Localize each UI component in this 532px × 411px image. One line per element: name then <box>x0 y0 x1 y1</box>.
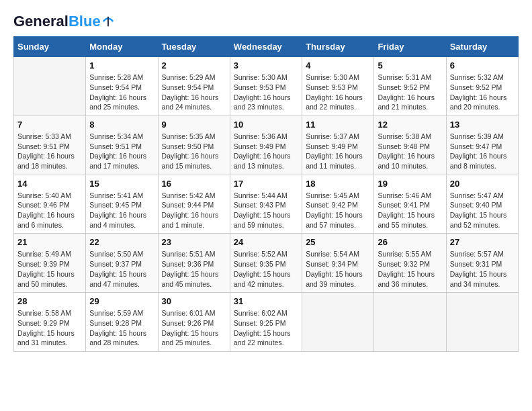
day-number: 22 <box>89 237 154 247</box>
calendar-cell <box>446 293 518 352</box>
header-day-thursday: Thursday <box>302 37 374 57</box>
week-row-3: 14Sunrise: 5:40 AM Sunset: 9:46 PM Dayli… <box>14 175 519 234</box>
calendar-cell: 26Sunrise: 5:55 AM Sunset: 9:32 PM Dayli… <box>374 234 446 293</box>
week-row-4: 21Sunrise: 5:49 AM Sunset: 9:39 PM Dayli… <box>14 234 519 293</box>
calendar-cell: 27Sunrise: 5:57 AM Sunset: 9:31 PM Dayli… <box>446 234 518 293</box>
day-info: Sunrise: 5:35 AM Sunset: 9:50 PM Dayligh… <box>162 132 226 171</box>
calendar-header: SundayMondayTuesdayWednesdayThursdayFrid… <box>14 37 519 57</box>
day-number: 30 <box>162 296 226 306</box>
day-info: Sunrise: 5:55 AM Sunset: 9:32 PM Dayligh… <box>378 249 442 289</box>
day-number: 20 <box>450 179 515 189</box>
day-info: Sunrise: 5:54 AM Sunset: 9:34 PM Dayligh… <box>306 249 370 289</box>
day-number: 11 <box>306 120 370 130</box>
calendar-cell: 6Sunrise: 5:32 AM Sunset: 9:52 PM Daylig… <box>446 57 518 116</box>
calendar-cell: 16Sunrise: 5:42 AM Sunset: 9:44 PM Dayli… <box>158 175 230 234</box>
calendar-cell: 19Sunrise: 5:46 AM Sunset: 9:41 PM Dayli… <box>374 175 446 234</box>
calendar-cell: 21Sunrise: 5:49 AM Sunset: 9:39 PM Dayli… <box>14 234 86 293</box>
calendar-cell: 9Sunrise: 5:35 AM Sunset: 9:50 PM Daylig… <box>158 116 230 175</box>
day-number: 26 <box>378 237 442 247</box>
day-info: Sunrise: 5:36 AM Sunset: 9:49 PM Dayligh… <box>234 132 298 171</box>
day-number: 17 <box>234 179 298 189</box>
calendar-cell: 12Sunrise: 5:38 AM Sunset: 9:48 PM Dayli… <box>374 116 446 175</box>
day-info: Sunrise: 5:50 AM Sunset: 9:37 PM Dayligh… <box>89 249 154 289</box>
calendar-cell: 15Sunrise: 5:41 AM Sunset: 9:45 PM Dayli… <box>86 175 158 234</box>
header-day-sunday: Sunday <box>14 37 86 57</box>
logo: GeneralBlue <box>13 13 114 30</box>
day-number: 18 <box>306 179 370 189</box>
day-info: Sunrise: 5:30 AM Sunset: 9:53 PM Dayligh… <box>234 73 298 112</box>
calendar-cell: 24Sunrise: 5:52 AM Sunset: 9:35 PM Dayli… <box>230 234 302 293</box>
day-info: Sunrise: 5:32 AM Sunset: 9:52 PM Dayligh… <box>450 73 515 112</box>
day-number: 5 <box>378 60 442 71</box>
calendar-cell: 11Sunrise: 5:37 AM Sunset: 9:49 PM Dayli… <box>302 116 374 175</box>
day-info: Sunrise: 5:45 AM Sunset: 9:42 PM Dayligh… <box>306 191 370 230</box>
calendar-cell: 31Sunrise: 6:02 AM Sunset: 9:25 PM Dayli… <box>230 293 302 352</box>
day-info: Sunrise: 6:02 AM Sunset: 9:25 PM Dayligh… <box>234 308 298 348</box>
day-number: 23 <box>162 237 226 247</box>
day-info: Sunrise: 5:52 AM Sunset: 9:35 PM Dayligh… <box>234 249 298 289</box>
day-number: 16 <box>162 179 226 189</box>
day-number: 4 <box>306 60 370 71</box>
day-info: Sunrise: 5:44 AM Sunset: 9:43 PM Dayligh… <box>234 191 298 230</box>
day-info: Sunrise: 5:59 AM Sunset: 9:28 PM Dayligh… <box>89 308 154 348</box>
header-day-wednesday: Wednesday <box>230 37 302 57</box>
day-number: 2 <box>162 60 226 71</box>
day-info: Sunrise: 5:42 AM Sunset: 9:44 PM Dayligh… <box>162 191 226 230</box>
calendar-cell: 30Sunrise: 6:01 AM Sunset: 9:26 PM Dayli… <box>158 293 230 352</box>
week-row-1: 1Sunrise: 5:28 AM Sunset: 9:54 PM Daylig… <box>14 57 519 116</box>
header-day-saturday: Saturday <box>446 37 518 57</box>
day-number: 6 <box>450 60 515 71</box>
calendar-cell: 20Sunrise: 5:47 AM Sunset: 9:40 PM Dayli… <box>446 175 518 234</box>
day-info: Sunrise: 5:37 AM Sunset: 9:49 PM Dayligh… <box>306 132 370 171</box>
day-number: 29 <box>89 296 154 306</box>
day-number: 24 <box>234 237 298 247</box>
calendar-cell: 1Sunrise: 5:28 AM Sunset: 9:54 PM Daylig… <box>86 57 158 116</box>
calendar-cell: 5Sunrise: 5:31 AM Sunset: 9:52 PM Daylig… <box>374 57 446 116</box>
calendar-cell: 13Sunrise: 5:39 AM Sunset: 9:47 PM Dayli… <box>446 116 518 175</box>
calendar-table: SundayMondayTuesdayWednesdayThursdayFrid… <box>13 36 519 352</box>
day-info: Sunrise: 5:31 AM Sunset: 9:52 PM Dayligh… <box>378 73 442 112</box>
calendar-cell: 10Sunrise: 5:36 AM Sunset: 9:49 PM Dayli… <box>230 116 302 175</box>
day-number: 10 <box>234 120 298 130</box>
calendar-cell: 7Sunrise: 5:33 AM Sunset: 9:51 PM Daylig… <box>14 116 86 175</box>
day-info: Sunrise: 5:38 AM Sunset: 9:48 PM Dayligh… <box>378 132 442 171</box>
calendar-cell: 18Sunrise: 5:45 AM Sunset: 9:42 PM Dayli… <box>302 175 374 234</box>
day-number: 21 <box>17 237 82 247</box>
day-info: Sunrise: 5:28 AM Sunset: 9:54 PM Dayligh… <box>89 73 154 112</box>
day-info: Sunrise: 5:47 AM Sunset: 9:40 PM Dayligh… <box>450 191 515 230</box>
calendar-cell: 22Sunrise: 5:50 AM Sunset: 9:37 PM Dayli… <box>86 234 158 293</box>
day-number: 28 <box>17 296 82 306</box>
logo-text: GeneralBlue <box>13 13 101 30</box>
header-row: SundayMondayTuesdayWednesdayThursdayFrid… <box>14 37 519 57</box>
calendar-cell: 28Sunrise: 5:58 AM Sunset: 9:29 PM Dayli… <box>14 293 86 352</box>
calendar-cell: 2Sunrise: 5:29 AM Sunset: 9:54 PM Daylig… <box>158 57 230 116</box>
logo-icon <box>102 15 114 28</box>
day-number: 8 <box>89 120 154 130</box>
calendar-cell <box>302 293 374 352</box>
day-number: 13 <box>450 120 515 130</box>
day-number: 1 <box>89 60 154 71</box>
day-number: 15 <box>89 179 154 189</box>
header-day-tuesday: Tuesday <box>158 37 230 57</box>
page-header: GeneralBlue <box>13 13 519 30</box>
calendar-cell: 17Sunrise: 5:44 AM Sunset: 9:43 PM Dayli… <box>230 175 302 234</box>
day-number: 27 <box>450 237 515 247</box>
calendar-cell <box>374 293 446 352</box>
day-number: 19 <box>378 179 442 189</box>
day-number: 12 <box>378 120 442 130</box>
day-number: 25 <box>306 237 370 247</box>
day-info: Sunrise: 5:41 AM Sunset: 9:45 PM Dayligh… <box>89 191 154 230</box>
day-info: Sunrise: 5:57 AM Sunset: 9:31 PM Dayligh… <box>450 249 515 289</box>
day-info: Sunrise: 5:40 AM Sunset: 9:46 PM Dayligh… <box>17 191 82 230</box>
day-number: 3 <box>234 60 298 71</box>
day-info: Sunrise: 5:49 AM Sunset: 9:39 PM Dayligh… <box>17 249 82 289</box>
header-day-monday: Monday <box>86 37 158 57</box>
day-info: Sunrise: 5:33 AM Sunset: 9:51 PM Dayligh… <box>17 132 82 171</box>
calendar-cell: 4Sunrise: 5:30 AM Sunset: 9:53 PM Daylig… <box>302 57 374 116</box>
day-number: 31 <box>234 296 298 306</box>
header-day-friday: Friday <box>374 37 446 57</box>
day-info: Sunrise: 5:34 AM Sunset: 9:51 PM Dayligh… <box>89 132 154 171</box>
day-info: Sunrise: 6:01 AM Sunset: 9:26 PM Dayligh… <box>162 308 226 348</box>
calendar-body: 1Sunrise: 5:28 AM Sunset: 9:54 PM Daylig… <box>14 57 519 352</box>
calendar-cell: 25Sunrise: 5:54 AM Sunset: 9:34 PM Dayli… <box>302 234 374 293</box>
